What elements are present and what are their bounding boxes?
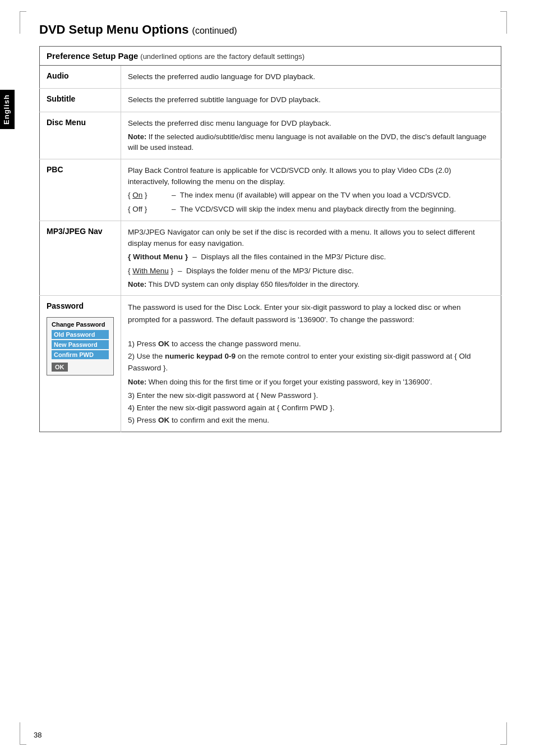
- table-row: Disc Menu Selects the preferred disc men…: [40, 112, 501, 159]
- mp3-note: Note: This DVD system can only display 6…: [128, 279, 494, 290]
- table-row: PBC Play Back Control feature is applica…: [40, 159, 501, 221]
- pref-setup-title: Preference Setup Page: [47, 51, 138, 61]
- confirm-pwd-field: Confirm PWD: [52, 350, 109, 359]
- password-description: The password is used for the Disc Lock. …: [128, 301, 494, 426]
- corner-top-right: [500, 11, 507, 34]
- page-title: DVD Setup Menu Options (continued): [39, 22, 501, 37]
- row-label-disc-menu: Disc Menu: [40, 112, 121, 159]
- table-row: Password Change Password Old Password Ne…: [40, 296, 501, 432]
- password-note: Note: When doing this for the first time…: [128, 377, 494, 388]
- page-number: 38: [34, 731, 41, 739]
- change-password-title: Change Password: [52, 321, 109, 328]
- row-label-mp3-jpeg: MP3/JPEG Nav: [40, 221, 121, 296]
- row-desc-pbc: Play Back Control feature is applicable …: [121, 159, 501, 221]
- row-desc-mp3-jpeg: MP3/JPEG Navigator can only be set if th…: [121, 221, 501, 296]
- row-label-pbc: PBC: [40, 159, 121, 221]
- table-row: Audio Selects the preferred audio langua…: [40, 66, 501, 89]
- corner-bottom-right: [500, 722, 507, 745]
- row-label-password: Password Change Password Old Password Ne…: [40, 296, 121, 432]
- mp3-option-without-menu: { Without Menu } – Displays all the file…: [128, 251, 494, 263]
- table-row: Subtitle Selects the preferred subtitle …: [40, 89, 501, 112]
- mp3-option-with-menu: { With Menu } – Displays the folder menu…: [128, 265, 494, 277]
- ok-button[interactable]: OK: [52, 363, 68, 372]
- pbc-option-on: { On } – The index menu (if available) w…: [128, 190, 494, 201]
- new-password-field: New Password: [52, 340, 109, 349]
- row-desc-audio: Selects the preferred audio language for…: [121, 66, 501, 89]
- change-password-box: Change Password Old Password New Passwor…: [47, 317, 114, 375]
- table-header-row: Preference Setup Page (underlined option…: [40, 47, 501, 66]
- pbc-option-off: { Off } – The VCD/SVCD will skip the ind…: [128, 204, 494, 215]
- disc-menu-note: Note: If the selected audio/subtitle/dis…: [128, 131, 494, 153]
- row-desc-disc-menu: Selects the preferred disc menu language…: [121, 112, 501, 159]
- corner-top-left: [20, 11, 26, 34]
- table-row: MP3/JPEG Nav MP3/JPEG Navigator can only…: [40, 221, 501, 296]
- row-label-audio: Audio: [40, 66, 121, 89]
- row-desc-password: The password is used for the Disc Lock. …: [121, 296, 501, 432]
- corner-bottom-left: [20, 722, 26, 745]
- row-desc-subtitle: Selects the preferred subtitle language …: [121, 89, 501, 112]
- pref-setup-subtitle: (underlined options are the factory defa…: [140, 52, 305, 61]
- preference-table: Preference Setup Page (underlined option…: [39, 46, 501, 432]
- language-tab: English: [0, 90, 15, 129]
- old-password-field: Old Password: [52, 330, 109, 339]
- row-label-subtitle: Subtitle: [40, 89, 121, 112]
